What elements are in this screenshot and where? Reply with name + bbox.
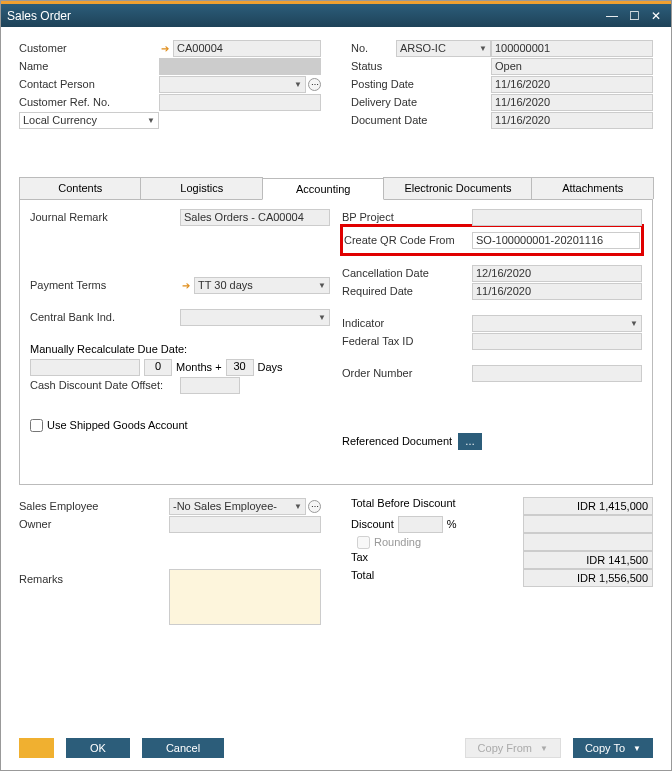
docnum-field[interactable]: 100000001	[491, 40, 653, 57]
status-label: Status	[351, 60, 491, 72]
customer-label: Customer	[19, 42, 159, 54]
owner-field[interactable]	[169, 516, 321, 533]
indicator-dropdown[interactable]	[472, 315, 642, 332]
discount-value	[523, 515, 653, 533]
required-date-field[interactable]: 11/16/2020	[472, 283, 642, 300]
percent-sign: %	[447, 518, 457, 530]
journal-remark-field[interactable]: Sales Orders - CA00004	[180, 209, 330, 226]
cancellation-date-field[interactable]: 12/16/2020	[472, 265, 642, 282]
custref-field[interactable]	[159, 94, 321, 111]
rounding-label: Rounding	[374, 536, 421, 548]
sales-employee-details-icon[interactable]: ⋯	[308, 500, 321, 513]
ok-button[interactable]: OK	[66, 738, 130, 758]
indicator-label: Indicator	[342, 317, 472, 329]
referenced-document-button[interactable]: …	[458, 433, 482, 450]
tax-label: Tax	[351, 551, 523, 569]
qr-highlight: Create QR Code From SO-100000001-2020111…	[340, 224, 644, 256]
discount-label: Discount	[351, 518, 394, 530]
delivery-date-label: Delivery Date	[351, 96, 491, 108]
minimize-button[interactable]: —	[603, 8, 621, 24]
name-label: Name	[19, 60, 159, 72]
copy-from-button[interactable]: Copy From▼	[465, 738, 561, 758]
tab-electronic-documents[interactable]: Electronic Documents	[383, 177, 532, 199]
contact-dropdown[interactable]	[159, 76, 306, 93]
posting-date-field[interactable]: 11/16/2020	[491, 76, 653, 93]
use-shipped-goods-label: Use Shipped Goods Account	[47, 419, 188, 431]
remarks-field[interactable]	[169, 569, 321, 625]
central-bank-label: Central Bank Ind.	[30, 311, 180, 323]
man-recalc-label: Manually Recalculate Due Date:	[30, 343, 187, 355]
total-before-discount-value: IDR 1,415,000	[523, 497, 653, 515]
contact-label: Contact Person	[19, 78, 159, 90]
total-label: Total	[351, 569, 523, 587]
title-bar: Sales Order — ☐ ✕	[1, 1, 671, 27]
currency-dropdown[interactable]: Local Currency	[19, 112, 159, 129]
federal-tax-id-label: Federal Tax ID	[342, 335, 472, 347]
referenced-document-label: Referenced Document	[342, 435, 452, 447]
payment-terms-dropdown[interactable]: TT 30 days	[194, 277, 330, 294]
link-arrow-icon[interactable]: ➔	[159, 42, 171, 54]
header-left: Customer ➔ CA00004 Name Contact Person ⋯…	[19, 39, 321, 129]
delivery-date-field[interactable]: 11/16/2020	[491, 94, 653, 111]
sales-employee-dropdown[interactable]: -No Sales Employee-	[169, 498, 306, 515]
chevron-down-icon: ▼	[633, 744, 641, 753]
order-number-label: Order Number	[342, 367, 472, 379]
header-right: No. ARSO-IC 100000001 Status Open Postin…	[351, 39, 653, 129]
bp-project-field[interactable]	[472, 209, 642, 226]
journal-remark-label: Journal Remark	[30, 211, 180, 223]
months-field[interactable]: 0	[144, 359, 172, 376]
man-recalc-base-field[interactable]	[30, 359, 140, 376]
months-label: Months +	[176, 361, 222, 373]
link-arrow-icon[interactable]: ➔	[180, 279, 192, 291]
required-date-label: Required Date	[342, 285, 472, 297]
discount-percent-field[interactable]	[398, 516, 443, 533]
cancel-button[interactable]: Cancel	[142, 738, 224, 758]
total-before-discount-label: Total Before Discount	[351, 497, 523, 515]
days-field[interactable]: 30	[226, 359, 254, 376]
document-date-field[interactable]: 11/16/2020	[491, 112, 653, 129]
tab-contents[interactable]: Contents	[19, 177, 141, 199]
tab-logistics[interactable]: Logistics	[140, 177, 262, 199]
tab-body-accounting: Journal Remark Sales Orders - CA00004 Pa…	[19, 200, 653, 485]
qr-code-field[interactable]: SO-100000001-20201116	[472, 232, 640, 249]
chevron-down-icon: ▼	[540, 744, 548, 753]
tab-accounting[interactable]: Accounting	[262, 178, 384, 200]
status-field: Open	[491, 58, 653, 75]
rounding-value	[523, 533, 653, 551]
status-indicator	[19, 738, 54, 758]
rounding-checkbox	[357, 536, 370, 549]
tax-value: IDR 141,500	[523, 551, 653, 569]
series-dropdown[interactable]: ARSO-IC	[396, 40, 491, 57]
contact-details-icon[interactable]: ⋯	[308, 78, 321, 91]
bp-project-label: BP Project	[342, 211, 472, 223]
central-bank-dropdown[interactable]	[180, 309, 330, 326]
days-label: Days	[258, 361, 283, 373]
window-title: Sales Order	[7, 9, 599, 23]
order-number-field[interactable]	[472, 365, 642, 382]
tab-attachments[interactable]: Attachments	[531, 177, 653, 199]
payment-terms-label: Payment Terms	[30, 279, 180, 291]
owner-label: Owner	[19, 518, 169, 530]
custref-label: Customer Ref. No.	[19, 96, 159, 108]
sales-employee-label: Sales Employee	[19, 500, 169, 512]
remarks-label: Remarks	[19, 569, 169, 625]
posting-date-label: Posting Date	[351, 78, 491, 90]
total-value: IDR 1,556,500	[523, 569, 653, 587]
qr-code-label: Create QR Code From	[344, 234, 472, 246]
copy-to-button[interactable]: Copy To▼	[573, 738, 653, 758]
maximize-button[interactable]: ☐	[625, 8, 643, 24]
customer-field[interactable]: CA00004	[173, 40, 321, 57]
document-date-label: Document Date	[351, 114, 491, 126]
name-field[interactable]	[159, 58, 321, 75]
cash-discount-offset-label: Cash Discount Date Offset:	[30, 379, 180, 391]
federal-tax-id-field[interactable]	[472, 333, 642, 350]
tab-strip: Contents Logistics Accounting Electronic…	[19, 177, 653, 200]
no-label: No.	[351, 42, 396, 54]
use-shipped-goods-checkbox[interactable]	[30, 419, 43, 432]
cash-discount-offset-field[interactable]	[180, 377, 240, 394]
close-button[interactable]: ✕	[647, 8, 665, 24]
cancellation-date-label: Cancellation Date	[342, 267, 472, 279]
